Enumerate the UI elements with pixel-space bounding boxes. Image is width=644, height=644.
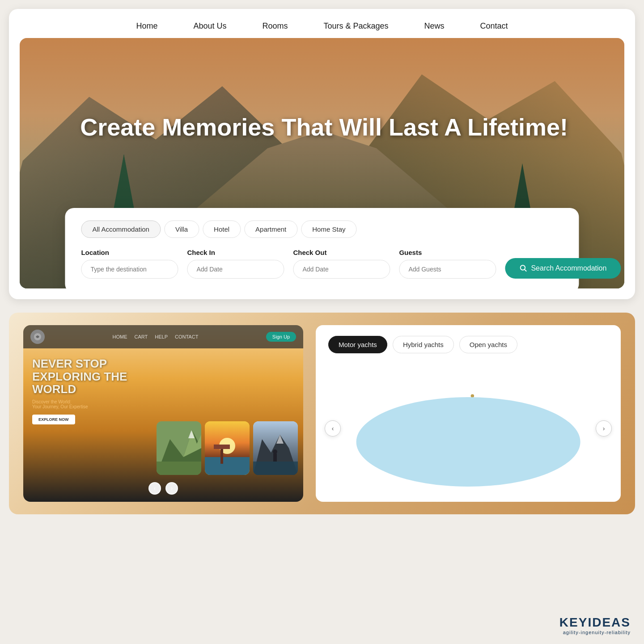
mockup-headline-line2: EXPLORING THE (32, 370, 294, 383)
nav-news[interactable]: News (424, 21, 445, 31)
svg-rect-17 (253, 462, 298, 475)
accommodation-tabs: All Accommodation Villa Hotel Apartment … (81, 220, 563, 238)
nav-rooms[interactable]: Rooms (262, 21, 288, 31)
location-input[interactable] (81, 260, 178, 279)
mockup-headline-line3: WORLD (32, 383, 294, 396)
mockup-logo (30, 330, 45, 344)
svg-rect-13 (214, 445, 230, 449)
mockup-nav-links: HOME CART HELP CONTACT (113, 334, 199, 339)
mockup-thumbnail-row (151, 421, 303, 475)
yacht-panel: Motor yachts Hybrid yachts Open yachts ‹ (316, 325, 621, 502)
nav-contact[interactable]: Contact (480, 21, 508, 31)
checkin-field-group: Check In (187, 249, 284, 279)
search-fields: Location Check In Check Out Guests (81, 249, 563, 279)
hero-image-area: Create Memories That Will Last A Lifetim… (20, 38, 624, 288)
tab-all-accommodation[interactable]: All Accommodation (81, 220, 161, 238)
mockup-signup-button[interactable]: Sign Up (266, 332, 296, 342)
yacht-prev-button[interactable]: ‹ (325, 420, 341, 436)
checkout-input[interactable] (293, 260, 390, 279)
yacht-tabs: Motor yachts Hybrid yachts Open yachts (328, 336, 608, 353)
svg-line-1 (525, 270, 526, 271)
mockup-nav-contact[interactable]: CONTACT (175, 334, 198, 339)
mockup-nav-cart[interactable]: CART (135, 334, 148, 339)
hero-section: Home About Us Rooms Tours & Packages New… (9, 9, 635, 299)
mockup-carousel-arrows: ‹ › (148, 482, 178, 495)
guests-field-group: Guests (399, 249, 496, 279)
search-accommodation-button[interactable]: Search Accommodation (505, 258, 621, 279)
search-icon (519, 264, 527, 272)
yacht-tab-motor[interactable]: Motor yachts (328, 336, 387, 353)
tab-homestay[interactable]: Home Stay (301, 220, 356, 238)
mockup-prev-arrow[interactable]: ‹ (148, 482, 161, 495)
brand-name: KEYIDEAS (559, 615, 631, 630)
mockup-explore-button[interactable]: EXPLORE NOW (32, 415, 75, 424)
hero-title: Create Memories That Will Last A Lifetim… (80, 113, 564, 141)
svg-rect-11 (205, 457, 250, 475)
yacht-tab-open[interactable]: Open yachts (459, 336, 517, 353)
checkin-label: Check In (187, 249, 284, 256)
location-label: Location (81, 249, 178, 256)
navbar: Home About Us Rooms Tours & Packages New… (20, 16, 624, 38)
nav-tours[interactable]: Tours & Packages (323, 21, 388, 31)
yacht-next-button[interactable]: › (596, 420, 612, 436)
website-mockup: HOME CART HELP CONTACT Sign Up NEVER STO… (23, 325, 303, 502)
svg-rect-18 (273, 453, 277, 462)
mockup-thumb-mountain (157, 421, 201, 475)
mockup-headline: NEVER STOP EXPLORING THE WORLD (32, 357, 294, 396)
mockup-nav-home[interactable]: HOME (113, 334, 127, 339)
mockup-thumb-lake (253, 421, 298, 475)
svg-point-19 (273, 449, 277, 454)
guests-label: Guests (399, 249, 496, 256)
mockup-content: NEVER STOP EXPLORING THE WORLD Discover … (23, 348, 303, 502)
checkin-input[interactable] (187, 260, 284, 279)
guests-input[interactable] (399, 260, 496, 279)
location-field-group: Location (81, 249, 178, 279)
bottom-section: HOME CART HELP CONTACT Sign Up NEVER STO… (9, 313, 635, 514)
mockup-navbar: HOME CART HELP CONTACT Sign Up (23, 325, 303, 348)
mockup-nav-help[interactable]: HELP (155, 334, 168, 339)
footer-brand: KEYIDEAS agility-ingenuity-reliability (559, 615, 631, 635)
checkout-field-group: Check Out (293, 249, 390, 279)
checkout-label: Check Out (293, 249, 390, 256)
brand-tagline: agility-ingenuity-reliability (559, 630, 631, 635)
search-button-label: Search Accommodation (531, 264, 606, 272)
nav-home[interactable]: Home (136, 21, 157, 31)
yacht-display: ‹ (328, 366, 608, 491)
yacht-tab-hybrid[interactable]: Hybrid yachts (393, 336, 454, 353)
svg-point-0 (521, 265, 525, 270)
mockup-subtitle: Discover the World: Your Journey, Our Ex… (32, 399, 294, 409)
mockup-headline-line1: NEVER STOP (32, 357, 294, 370)
mockup-next-arrow[interactable]: › (165, 482, 178, 495)
tab-hotel[interactable]: Hotel (203, 220, 241, 238)
nav-about[interactable]: About Us (193, 21, 226, 31)
tab-apartment[interactable]: Apartment (244, 220, 297, 238)
svg-rect-6 (157, 462, 201, 475)
mockup-thumb-beach (205, 421, 250, 475)
tab-villa[interactable]: Villa (164, 220, 199, 238)
search-box: All Accommodation Villa Hotel Apartment … (65, 208, 579, 288)
yacht-background-oval (356, 397, 580, 487)
